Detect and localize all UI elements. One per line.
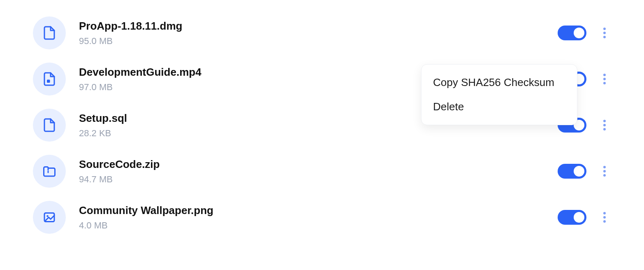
svg-point-12: [603, 166, 606, 168]
file-name: ProApp-1.18.11.dmg: [79, 20, 544, 33]
enable-toggle[interactable]: [558, 210, 586, 225]
file-meta: SourceCode.zip 94.7 MB: [79, 158, 544, 185]
archive-icon: [33, 155, 66, 188]
video-file-icon: [33, 63, 66, 95]
file-meta: ProApp-1.18.11.dmg 95.0 MB: [79, 20, 544, 47]
file-icon: [33, 109, 66, 142]
toggle-knob: [574, 166, 584, 177]
svg-point-1: [603, 32, 606, 34]
menu-item-delete[interactable]: Delete: [422, 95, 577, 119]
row-actions: [558, 209, 611, 226]
toggle-knob: [574, 212, 584, 223]
file-icon: [33, 16, 66, 49]
file-row: Community Wallpaper.png 4.0 MB: [33, 201, 611, 234]
svg-point-7: [603, 120, 606, 122]
svg-point-13: [603, 170, 606, 172]
file-meta: Community Wallpaper.png 4.0 MB: [79, 204, 544, 231]
context-menu: Copy SHA256 Checksum Delete: [421, 64, 577, 125]
row-actions: [558, 25, 611, 41]
file-row: SourceCode.zip 94.7 MB: [33, 155, 611, 188]
svg-point-5: [603, 78, 606, 80]
file-list: ProApp-1.18.11.dmg 95.0 MB DevelopmentGu…: [33, 16, 611, 234]
more-options-button[interactable]: [598, 163, 611, 179]
enable-toggle[interactable]: [558, 26, 586, 40]
more-options-button[interactable]: [598, 209, 611, 226]
enable-toggle[interactable]: [558, 164, 586, 179]
svg-rect-3: [47, 80, 50, 83]
menu-item-copy-sha256[interactable]: Copy SHA256 Checksum: [422, 70, 577, 95]
file-name: SourceCode.zip: [79, 158, 544, 171]
row-actions: [558, 163, 611, 179]
svg-point-19: [603, 220, 606, 223]
svg-point-9: [603, 128, 606, 130]
toggle-knob: [574, 28, 584, 38]
more-options-button[interactable]: [598, 25, 611, 41]
svg-point-2: [603, 36, 606, 38]
svg-point-8: [603, 124, 606, 126]
svg-point-18: [603, 216, 606, 219]
svg-point-6: [603, 82, 606, 84]
svg-point-4: [603, 74, 606, 76]
svg-point-0: [603, 28, 606, 30]
file-size: 94.7 MB: [79, 174, 544, 185]
file-size: 4.0 MB: [79, 220, 544, 231]
svg-point-16: [46, 215, 49, 217]
file-size: 28.2 KB: [79, 128, 544, 139]
svg-point-17: [603, 212, 606, 214]
more-options-button[interactable]: [598, 71, 611, 87]
file-size: 95.0 MB: [79, 36, 544, 47]
image-icon: [33, 201, 66, 234]
file-name: Community Wallpaper.png: [79, 204, 544, 217]
svg-point-14: [603, 174, 606, 177]
file-row: ProApp-1.18.11.dmg 95.0 MB: [33, 16, 611, 49]
more-options-button[interactable]: [598, 117, 611, 133]
